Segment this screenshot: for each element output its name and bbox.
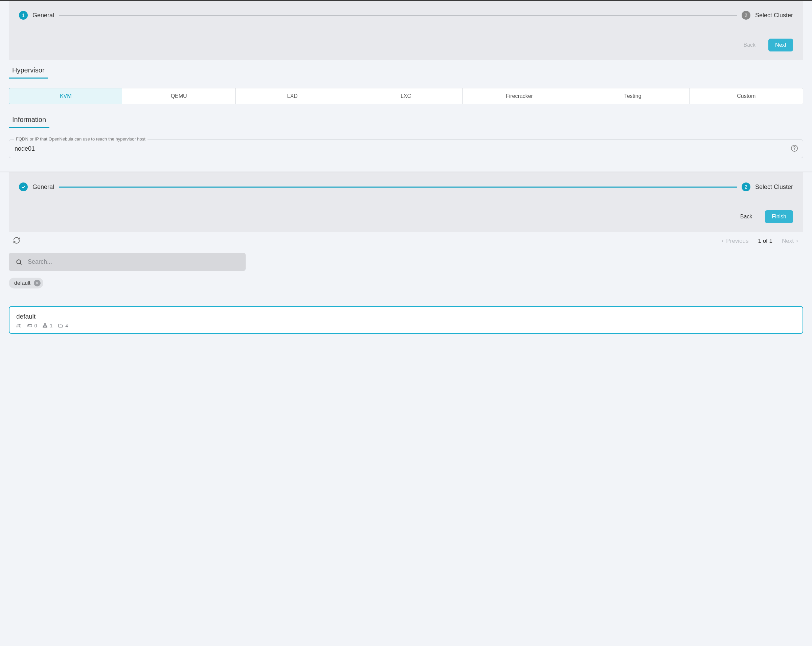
step-label-select-cluster: Select Cluster xyxy=(755,12,793,19)
chip-remove[interactable] xyxy=(34,280,41,286)
hypervisor-tab-testing[interactable]: Testing xyxy=(576,88,690,104)
step-label-general: General xyxy=(32,184,54,191)
previous-page[interactable]: Previous xyxy=(720,238,748,245)
step-label-general: General xyxy=(32,12,54,19)
next-page[interactable]: Next xyxy=(782,238,799,245)
step-label-select-cluster: Select Cluster xyxy=(755,184,793,191)
refresh-icon xyxy=(13,237,20,244)
hypervisor-tab-custom[interactable]: Custom xyxy=(690,88,803,104)
stepper: 1 General 2 Select Cluster xyxy=(19,11,793,20)
page-info: 1 of 1 xyxy=(758,238,772,245)
host-field-label: FQDN or IP that OpenNebula can use to re… xyxy=(14,136,148,141)
svg-rect-8 xyxy=(44,324,46,325)
disk-icon xyxy=(27,323,32,328)
cluster-folders: 4 xyxy=(58,323,68,328)
folder-icon xyxy=(58,323,63,328)
chevron-right-icon xyxy=(795,239,799,243)
svg-point-2 xyxy=(17,260,21,264)
close-icon xyxy=(35,282,39,285)
search-icon xyxy=(15,259,22,265)
section-information: Information xyxy=(9,113,49,128)
hypervisor-tab-lxd[interactable]: LXD xyxy=(236,88,349,104)
wizard-buttons: Back Finish xyxy=(19,210,793,223)
hypervisor-tab-lxc[interactable]: LXC xyxy=(349,88,462,104)
networks-count: 1 xyxy=(50,323,52,328)
search-box[interactable] xyxy=(9,253,246,271)
host-field: FQDN or IP that OpenNebula can use to re… xyxy=(9,139,803,158)
step-badge-2: 2 xyxy=(742,11,751,20)
back-button[interactable]: Back xyxy=(734,210,759,223)
wizard-header: General 2 Select Cluster Back Finish xyxy=(9,172,803,232)
hypervisor-tab-kvm[interactable]: KVM xyxy=(9,88,122,104)
filter-chip-default: default xyxy=(9,278,43,288)
cluster-card-default[interactable]: default #0 0 1 4 xyxy=(9,306,803,334)
next-label: Next xyxy=(782,238,794,245)
cluster-disks: 0 xyxy=(27,323,37,328)
step-connector xyxy=(59,15,737,15)
pager: Previous 1 of 1 Next xyxy=(720,238,799,245)
search-input[interactable] xyxy=(28,258,239,265)
svg-rect-10 xyxy=(46,327,47,328)
previous-label: Previous xyxy=(726,238,748,245)
help-icon[interactable] xyxy=(791,145,798,153)
cluster-networks: 1 xyxy=(42,323,52,328)
disks-count: 0 xyxy=(35,323,37,328)
chip-label: default xyxy=(14,280,31,286)
svg-point-7 xyxy=(28,325,29,326)
cluster-id: #0 xyxy=(16,323,21,328)
hypervisor-tabs: KVM QEMU LXD LXC Firecracker Testing Cus… xyxy=(9,88,803,104)
hypervisor-tab-firecracker[interactable]: Firecracker xyxy=(463,88,576,104)
wizard-header: 1 General 2 Select Cluster Back Next xyxy=(9,1,803,60)
wizard-step-select-cluster: General 2 Select Cluster Back Finish Pre… xyxy=(0,171,812,334)
refresh-button[interactable] xyxy=(13,237,20,245)
step-badge-1-done xyxy=(19,182,28,191)
back-button[interactable]: Back xyxy=(737,38,763,52)
folders-count: 4 xyxy=(65,323,68,328)
host-input[interactable] xyxy=(9,140,803,158)
check-icon xyxy=(21,185,26,189)
wizard-buttons: Back Next xyxy=(19,38,793,52)
stepper: General 2 Select Cluster xyxy=(19,182,793,191)
cluster-name: default xyxy=(16,313,796,320)
cluster-toolbar: Previous 1 of 1 Next xyxy=(0,232,812,245)
step-content: Hypervisor KVM QEMU LXD LXC Firecracker … xyxy=(0,60,812,171)
next-button[interactable]: Next xyxy=(768,38,793,52)
hypervisor-tab-qemu[interactable]: QEMU xyxy=(122,88,235,104)
network-icon xyxy=(42,323,48,328)
svg-line-3 xyxy=(20,263,21,265)
wizard-step-general: 1 General 2 Select Cluster Back Next Hyp… xyxy=(0,0,812,171)
step-badge-2: 2 xyxy=(742,182,751,191)
step-connector xyxy=(59,187,737,188)
step-badge-1: 1 xyxy=(19,11,28,20)
chevron-left-icon xyxy=(720,239,725,243)
svg-point-1 xyxy=(794,150,795,150)
cluster-meta: #0 0 1 4 xyxy=(16,323,796,328)
section-hypervisor: Hypervisor xyxy=(9,64,48,78)
svg-rect-9 xyxy=(43,327,44,328)
finish-button[interactable]: Finish xyxy=(765,210,793,223)
